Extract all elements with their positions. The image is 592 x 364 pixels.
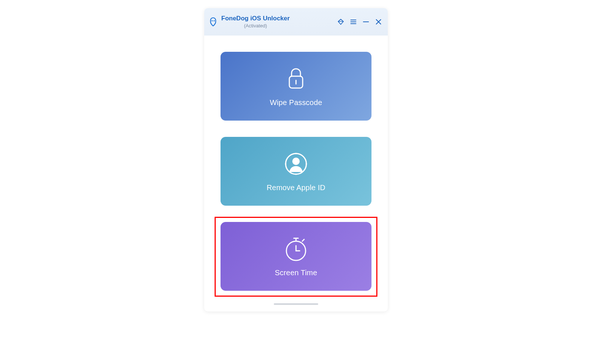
premium-icon[interactable] [337,18,345,26]
remove-apple-id-label: Remove Apple ID [267,183,326,192]
window-handle [274,303,318,305]
app-window: FoneDog iOS Unlocker (Activated) [204,8,388,311]
person-icon [284,151,308,177]
stopwatch-icon [284,236,308,262]
wipe-passcode-card[interactable]: Wipe Passcode [221,52,371,121]
remove-apple-id-card[interactable]: Remove Apple ID [221,137,371,206]
title-block: FoneDog iOS Unlocker (Activated) [221,14,290,29]
close-icon[interactable] [374,18,383,26]
titlebar: FoneDog iOS Unlocker (Activated) [204,8,388,36]
menu-icon[interactable] [349,18,357,26]
app-title: FoneDog iOS Unlocker [221,14,290,23]
screen-time-card[interactable]: Screen Time [221,222,371,291]
main-content: Wipe Passcode Remove Apple ID [204,36,388,291]
lock-icon [285,66,307,92]
svg-point-1 [213,20,215,21]
wipe-passcode-label: Wipe Passcode [270,98,322,107]
svg-line-15 [302,239,304,241]
minimize-icon[interactable] [362,18,370,26]
app-logo-icon [208,17,218,27]
svg-point-11 [292,158,300,165]
screen-time-label: Screen Time [275,269,317,277]
svg-point-0 [212,20,213,21]
app-status: (Activated) [221,23,290,29]
screen-time-highlight: Screen Time [215,217,377,297]
titlebar-actions [337,18,383,26]
